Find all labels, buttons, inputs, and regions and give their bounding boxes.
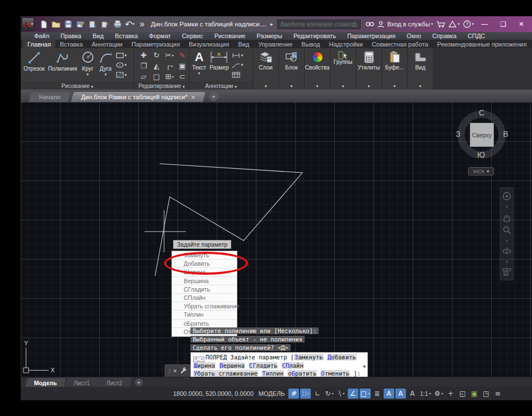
- panel-layers[interactable]: Слои ▾: [253, 48, 279, 90]
- menu-item-Справка[interactable]: Справка: [427, 33, 462, 39]
- command-keyword-Отменить[interactable]: Отменить: [320, 370, 350, 377]
- status-toggle-clean-screen[interactable]: ◳: [480, 389, 491, 399]
- context-menu-item-Убрать сглаживание[interactable]: Убрать сглаживание: [172, 302, 237, 311]
- copy-tool[interactable]: ❐: [141, 62, 147, 70]
- ucs-selector-button[interactable]: МСК▾: [468, 167, 494, 175]
- menu-item-СПДС[interactable]: СПДС: [462, 33, 491, 39]
- offset-tool[interactable]: ⊂: [179, 73, 185, 80]
- navigation-wheel-icon[interactable]: [502, 192, 511, 201]
- context-menu-item-Типлин[interactable]: Типлин: [172, 311, 237, 319]
- title-expand-icon[interactable]: ▸: [270, 21, 273, 27]
- status-toggle-grid-display[interactable]: #: [288, 389, 299, 399]
- command-window-grip[interactable]: ⁞⁞ ×: [165, 364, 190, 377]
- menu-item-Правка[interactable]: Правка: [55, 33, 87, 39]
- layout-tab-Лист2[interactable]: Лист2: [97, 378, 132, 387]
- command-keyword-Типлин[interactable]: Типлин: [262, 370, 284, 377]
- history-up-icon[interactable]: ▲: [363, 362, 366, 370]
- scale-tool[interactable]: □: [153, 73, 160, 80]
- circle-tool[interactable]: Круг▾: [79, 49, 97, 82]
- menu-item-Сервис[interactable]: Сервис: [176, 33, 209, 39]
- viewcube-east[interactable]: В: [503, 130, 508, 138]
- text-tool[interactable]: А Текст▾: [190, 49, 208, 82]
- ribbon-tab-Вид[interactable]: Вид: [234, 40, 254, 48]
- table-tool[interactable]: [232, 72, 244, 78]
- command-keyword-оБратить[interactable]: оБратить: [287, 370, 317, 377]
- panel-clipboard[interactable]: Буфе... ▾: [382, 48, 408, 90]
- linear-dim-tool[interactable]: ▾: [232, 53, 244, 58]
- polyline-tool[interactable]: Полилиния: [46, 49, 79, 82]
- menu-item-Вид[interactable]: Вид: [87, 33, 109, 39]
- plot-button[interactable]: [87, 19, 98, 30]
- qat-more-icon[interactable]: »: [137, 19, 147, 30]
- array-tool[interactable]: ⊞▾: [165, 73, 174, 80]
- ribbon-tab-Совместная работа[interactable]: Совместная работа: [367, 40, 433, 48]
- search-icon[interactable]: [366, 21, 374, 27]
- model-space-button[interactable]: МОДЕЛЬ: [259, 390, 285, 397]
- maximize-button[interactable]: ❑: [500, 20, 506, 28]
- menu-item-Редактировать[interactable]: Редактировать: [288, 33, 342, 39]
- ribbon-tab-Рекомендованные приложения[interactable]: Рекомендованные приложения: [433, 40, 531, 48]
- stretch-tool[interactable]: ▱: [141, 73, 147, 80]
- explode-tool[interactable]: ▣: [179, 62, 185, 70]
- undo-button[interactable]: ↶▾: [124, 19, 135, 30]
- status-toggle-object-snap-tracking[interactable]: ∠: [348, 389, 358, 399]
- open-file-button[interactable]: [50, 19, 61, 30]
- zoom-icon[interactable]: [503, 226, 511, 234]
- panel-utilities[interactable]: Утилиты ▾: [356, 48, 382, 90]
- search-input[interactable]: [277, 20, 361, 29]
- app-menu-button[interactable]: A▾: [22, 17, 34, 31]
- drag-handle-icon[interactable]: ⁞⁞: [169, 368, 170, 374]
- ribbon-tab-Надстройки[interactable]: Надстройки: [325, 40, 367, 48]
- file-tab-start[interactable]: Начало: [28, 91, 72, 102]
- leader-tool[interactable]: ▾: [232, 62, 244, 68]
- command-keyword-Вершина[interactable]: Вершина: [219, 362, 245, 369]
- save-button[interactable]: [63, 19, 73, 30]
- status-toggle-customization-plus[interactable]: +: [445, 389, 456, 399]
- status-toggle-ortho-mode[interactable]: ∟: [312, 389, 323, 399]
- hatch-tool[interactable]: ▾: [116, 72, 127, 78]
- user-icon[interactable]: [377, 21, 384, 28]
- context-menu-item-СГладить[interactable]: СГладить: [172, 285, 237, 294]
- save-as-button[interactable]: [75, 19, 86, 30]
- app-store-cart-icon[interactable]: [436, 21, 445, 28]
- close-button[interactable]: ✕: [519, 20, 524, 28]
- viewcube-west[interactable]: З: [456, 130, 460, 138]
- status-toggle-isolate-objects[interactable]: ◱: [457, 389, 468, 399]
- context-menu-item-Добавить[interactable]: Добавить: [172, 260, 237, 268]
- viewcube-north[interactable]: С: [479, 108, 484, 117]
- command-prompt-icon[interactable]: >_▾: [193, 357, 204, 362]
- command-line[interactable]: >_▾ПОЛРЕД Задайте параметр [Замкнуть Доб…: [190, 352, 368, 377]
- wrench-icon[interactable]: [180, 366, 187, 376]
- ribbon-tab-Главная[interactable]: Главная: [23, 40, 55, 48]
- dimension-tool[interactable]: Размер: [208, 49, 230, 82]
- panel-view[interactable]: Вид ▾: [408, 48, 433, 90]
- mirror-tool[interactable]: ◭: [154, 62, 160, 70]
- command-keyword-СПлайн[interactable]: СПлайн: [282, 362, 304, 369]
- context-menu-item-Ширина[interactable]: Ширина: [172, 268, 237, 276]
- file-tab-active[interactable]: Дин.блок Рамки с таблицей надписи*✕: [71, 91, 207, 102]
- ribbon-tab-Управление[interactable]: Управление: [254, 40, 297, 48]
- fillet-tool[interactable]: ╭▾: [166, 62, 173, 70]
- context-menu-item-СПлайн[interactable]: СПлайн: [172, 294, 237, 302]
- status-toggle-snap-mode[interactable]: ∷▾: [300, 389, 311, 399]
- menu-item-Вставка[interactable]: Вставка: [109, 33, 143, 39]
- menu-item-Окно[interactable]: Окно: [401, 33, 427, 39]
- panel-label-modify[interactable]: Редактирование ▾: [134, 82, 189, 89]
- ribbon-tab-Визуализация[interactable]: Визуализация: [184, 40, 234, 48]
- context-menu-item-Вершина[interactable]: Вершина: [172, 277, 237, 285]
- command-keyword-Убрать сглаживание[interactable]: Убрать сглаживание: [193, 370, 258, 377]
- publish-button[interactable]: [100, 19, 110, 30]
- command-keyword-Ширина[interactable]: Ширина: [193, 362, 216, 369]
- rotate-tool[interactable]: ↻: [153, 52, 160, 59]
- menu-item-Размеры[interactable]: Размеры: [251, 33, 288, 39]
- status-toggle-annotation-scale-flag[interactable]: А: [407, 389, 418, 399]
- help-icon[interactable]: ?▾: [463, 20, 474, 28]
- layout-tab-Лист1[interactable]: Лист1: [64, 378, 99, 387]
- ribbon-tab-Параметризация[interactable]: Параметризация: [127, 40, 184, 48]
- layout-tab-Модель[interactable]: Модель: [25, 378, 66, 387]
- drawing-canvas[interactable]: Y X С З В Ю Сверху МСК▾ ▾ ▾ ▾: [21, 102, 532, 377]
- status-toggle-lineweight-display[interactable]: ≣: [372, 389, 382, 399]
- status-toggle-annotation-autoscale[interactable]: А: [395, 389, 406, 399]
- status-toggle-annotation-visibility[interactable]: А: [384, 389, 394, 399]
- menu-item-Параметризация[interactable]: Параметризация: [342, 33, 401, 39]
